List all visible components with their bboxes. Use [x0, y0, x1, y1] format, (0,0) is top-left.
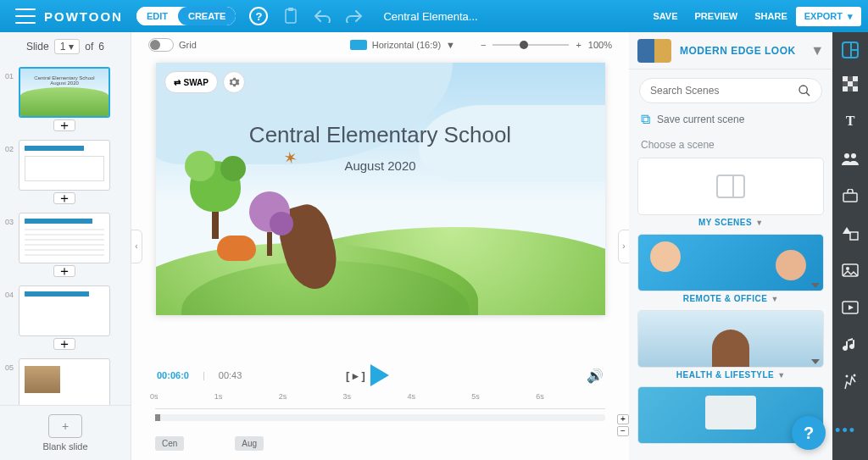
scene-categories: MY SCENES▼ REMOTE & OFFICE▼ HEALTH & LIF… — [629, 154, 832, 460]
chevron-down-icon: ▾ — [69, 41, 74, 53]
svg-rect-10 — [843, 193, 857, 202]
specials-tool-icon[interactable] — [841, 373, 860, 391]
step-back-button[interactable]: [ ▸ ] — [346, 369, 365, 382]
choose-scene-label: Choose a scene — [629, 136, 832, 154]
current-time: 00:06:0 — [157, 370, 189, 380]
layout-icon — [716, 175, 745, 198]
mode-toggle: EDIT CREATE — [136, 7, 236, 25]
project-title[interactable]: Central Elementa... — [383, 10, 477, 23]
search-input[interactable] — [650, 85, 798, 97]
scene-settings-button[interactable] — [223, 71, 245, 93]
create-mode-button[interactable]: CREATE — [178, 7, 236, 25]
aspect-icon — [350, 40, 367, 50]
redo-icon[interactable] — [346, 9, 363, 23]
chevron-down-icon[interactable]: ▼ — [771, 295, 778, 303]
timeline-track[interactable] — [155, 414, 605, 421]
svg-rect-1 — [288, 8, 293, 11]
timeline-clip[interactable]: Aug — [235, 436, 264, 451]
slides-list: 01 Central Elementary SchoolAugust 2020 … — [0, 61, 131, 405]
toggle-switch[interactable] — [148, 38, 174, 52]
menu-icon[interactable] — [15, 8, 36, 24]
text-tool-icon[interactable]: T — [841, 112, 860, 130]
scene-category-my[interactable]: MY SCENES▼ — [637, 158, 824, 227]
svg-line-6 — [806, 92, 810, 96]
scene-category-health[interactable]: HEALTH & LIFESTYLE▼ — [637, 310, 824, 380]
zoom-in-button[interactable]: + — [576, 40, 581, 50]
plus-icon: + — [48, 414, 82, 438]
blank-slide-button[interactable]: + Blank slide — [0, 405, 131, 460]
playhead[interactable] — [155, 414, 160, 421]
timeline: 0s 1s 2s 3s 4s 5s 6s + − Cen Aug — [131, 392, 629, 460]
characters-tool-icon[interactable] — [841, 149, 860, 168]
logo: POWTOON — [44, 9, 123, 24]
editor-area: ‹ › Grid Horizontal (16:9) ▼ − + 100% — [131, 32, 629, 460]
scene-search[interactable] — [639, 78, 822, 103]
share-button[interactable]: SHARE — [746, 6, 796, 26]
svg-point-14 — [846, 267, 849, 270]
slide-thumbnail-2[interactable]: 02 ＋ — [0, 137, 131, 210]
svg-point-8 — [844, 153, 849, 158]
save-scene-button[interactable]: ⧉ Save current scene — [629, 112, 832, 136]
swap-icon: ⇄ — [174, 78, 181, 87]
more-options-icon[interactable]: ••• — [835, 422, 856, 440]
add-slide-after-icon[interactable]: ＋ — [53, 265, 75, 277]
props-tool-icon[interactable] — [841, 186, 860, 205]
look-selector[interactable]: MODERN EDGE LOOK ▼ — [629, 32, 832, 69]
grid-toggle[interactable]: Grid — [148, 38, 197, 52]
chevron-down-icon[interactable]: ▼ — [755, 219, 763, 227]
sound-tool-icon[interactable] — [841, 335, 860, 354]
zoom-out-button[interactable]: − — [481, 40, 486, 50]
gear-icon — [228, 76, 240, 88]
help-bubble-button[interactable]: ? — [792, 416, 826, 450]
slide-canvas[interactable]: ✶ Central Elementary School August 2020 … — [156, 63, 605, 315]
play-button[interactable] — [370, 364, 389, 386]
scenes-panel: MODERN EDGE LOOK ▼ ⧉ Save current scene … — [629, 32, 832, 460]
svg-point-9 — [851, 153, 856, 158]
add-slide-after-icon[interactable]: ＋ — [53, 119, 75, 131]
zoom-slider[interactable] — [492, 44, 569, 46]
background-tool-icon[interactable] — [841, 75, 860, 93]
slide-thumbnail-1[interactable]: 01 Central Elementary SchoolAugust 2020 … — [0, 64, 131, 137]
slide-thumbnail-5[interactable]: 05 ＋ — [0, 356, 131, 405]
add-slide-after-icon[interactable]: ＋ — [53, 338, 75, 350]
svg-point-5 — [799, 86, 807, 93]
images-tool-icon[interactable] — [841, 261, 860, 280]
slide-title-text[interactable]: Central Elementary School August 2020 — [201, 122, 560, 173]
export-button[interactable]: EXPORT▾ — [796, 7, 861, 26]
scene-layout-icon[interactable] — [839, 39, 861, 61]
svg-rect-12 — [850, 232, 858, 240]
timeline-clip[interactable]: Cen — [155, 436, 184, 451]
shapes-tool-icon[interactable] — [841, 224, 860, 242]
timeline-zoom-in[interactable]: + — [617, 414, 629, 424]
slide-number-select[interactable]: 1▾ — [54, 39, 81, 54]
save-scene-icon: ⧉ — [641, 112, 650, 127]
chevron-down-icon[interactable]: ▼ — [777, 371, 785, 380]
chevron-down-icon: ▼ — [810, 43, 824, 58]
preview-button[interactable]: PREVIEW — [687, 6, 747, 26]
look-thumbnail — [637, 39, 671, 63]
slide-thumbnail-4[interactable]: 04 ＋ — [0, 283, 131, 356]
top-bar: POWTOON EDIT CREATE ? Central Elementa..… — [0, 0, 868, 32]
svg-point-17 — [846, 375, 849, 378]
canvas-toolbar: Grid Horizontal (16:9) ▼ − + 100% — [131, 32, 629, 58]
timeline-zoom-out[interactable]: − — [617, 426, 629, 436]
slide-thumbnail-3[interactable]: 03 ＋ — [0, 210, 131, 283]
slide-counter: Slide 1▾ of 6 — [0, 32, 131, 61]
aspect-ratio-select[interactable]: Horizontal (16:9) ▼ — [350, 40, 455, 50]
edit-mode-button[interactable]: EDIT — [136, 7, 178, 25]
clipboard-icon[interactable] — [283, 8, 298, 25]
sound-icon[interactable]: 🔊 — [587, 368, 604, 384]
swap-button[interactable]: ⇄SWAP — [164, 71, 218, 93]
svg-marker-16 — [849, 305, 854, 310]
chevron-down-icon[interactable] — [811, 283, 820, 288]
add-slide-after-icon[interactable]: ＋ — [53, 192, 75, 204]
undo-icon[interactable] — [314, 9, 331, 23]
videos-tool-icon[interactable] — [841, 298, 860, 317]
save-button[interactable]: SAVE — [644, 6, 686, 26]
svg-rect-0 — [286, 9, 296, 23]
slides-panel: Slide 1▾ of 6 01 Central Elementary Scho… — [0, 32, 131, 460]
help-icon[interactable]: ? — [249, 7, 268, 25]
scene-category-remote[interactable]: REMOTE & OFFICE▼ — [637, 234, 824, 303]
timeline-ruler[interactable]: 0s 1s 2s 3s 4s 5s 6s — [155, 392, 605, 409]
chevron-down-icon[interactable] — [811, 359, 820, 364]
